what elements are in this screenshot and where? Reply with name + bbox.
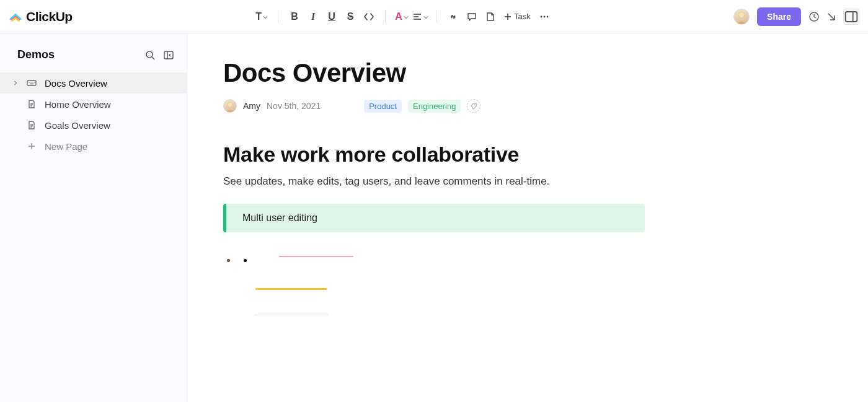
sidebar: Demos Docs Overview — [0, 33, 187, 402]
svg-point-5 — [540, 15, 542, 17]
document-meta: Amy Nov 5th, 2021 Product Engineering — [223, 99, 795, 113]
sidebar-collapse-button[interactable] — [163, 50, 174, 61]
add-task-button[interactable]: Task — [500, 8, 534, 25]
add-tag-button[interactable] — [467, 99, 480, 113]
link-button[interactable] — [445, 8, 462, 25]
app-logo-text: ClickUp — [26, 9, 73, 24]
italic-button[interactable]: I — [304, 8, 322, 25]
export-button[interactable] — [826, 11, 837, 22]
sidebar-search-button[interactable] — [144, 50, 156, 61]
sidebar-item-docs-overview[interactable]: Docs Overview — [0, 72, 187, 94]
comment-button[interactable] — [463, 8, 480, 25]
collapse-icon — [163, 50, 174, 61]
align-button[interactable] — [412, 8, 429, 25]
chevron-down-icon — [404, 11, 409, 22]
tag-product[interactable]: Product — [364, 100, 402, 113]
svg-point-20 — [34, 82, 35, 82]
doc-icon — [26, 98, 37, 110]
bullet-icon — [227, 259, 230, 262]
author-name: Amy — [243, 101, 260, 111]
author-avatar[interactable] — [223, 99, 237, 113]
underline-button[interactable]: U — [323, 8, 340, 25]
new-page-button[interactable]: New Page — [0, 136, 187, 157]
document-date: Nov 5th, 2021 — [267, 101, 321, 111]
top-right-controls: Share — [733, 7, 859, 26]
callout-block[interactable]: Multi user editing — [223, 204, 645, 232]
attach-button[interactable] — [482, 8, 499, 25]
svg-point-31 — [474, 104, 475, 105]
sidebar-item-label: Goals Overview — [45, 120, 110, 131]
text-color-button[interactable]: A — [393, 8, 410, 25]
top-toolbar: ClickUp T B I U S A — [0, 0, 868, 33]
toolbar-divider — [436, 11, 437, 23]
chevron-right-icon — [12, 81, 19, 85]
history-button[interactable] — [808, 11, 820, 22]
chevron-down-icon — [423, 11, 428, 22]
svg-point-19 — [32, 82, 33, 82]
arrow-down-right-icon — [826, 11, 837, 22]
search-icon — [144, 50, 156, 61]
strikethrough-button[interactable]: S — [342, 8, 359, 25]
sidebar-title: Demos — [17, 48, 55, 61]
clickup-logo-icon — [9, 10, 22, 24]
panel-icon — [844, 9, 859, 24]
highlight-line — [279, 256, 353, 257]
doc-icon — [26, 120, 37, 131]
text-style-button[interactable]: T — [253, 8, 270, 25]
app-logo[interactable]: ClickUp — [9, 9, 73, 24]
svg-point-6 — [543, 15, 545, 17]
sidebar-header: Demos — [0, 33, 187, 72]
plus-icon — [504, 13, 512, 20]
add-task-label: Task — [514, 12, 531, 21]
callout-text: Multi user editing — [242, 212, 317, 223]
sidebar-item-home-overview[interactable]: Home Overview — [0, 94, 187, 115]
bullet-icon — [244, 259, 247, 262]
svg-point-17 — [29, 82, 29, 82]
more-button[interactable] — [536, 8, 553, 25]
toolbar-divider — [278, 11, 278, 23]
svg-rect-16 — [27, 81, 36, 85]
clock-icon — [808, 11, 820, 22]
bold-button[interactable]: B — [286, 8, 303, 25]
tag-icon — [471, 103, 477, 110]
svg-point-12 — [146, 51, 153, 58]
panel-toggle-button[interactable] — [843, 9, 859, 25]
new-page-label: New Page — [45, 141, 87, 152]
svg-rect-10 — [846, 12, 857, 22]
section-heading[interactable]: Make work more collaborative — [223, 142, 795, 167]
formatting-toolbar: T B I U S A — [73, 8, 733, 25]
share-button[interactable]: Share — [757, 7, 801, 26]
sidebar-item-label: Docs Overview — [45, 78, 107, 89]
section-paragraph[interactable]: See updates, make edits, tag users, and … — [223, 175, 795, 188]
toolbar-divider — [385, 11, 386, 23]
svg-rect-14 — [164, 51, 173, 59]
code-button[interactable] — [360, 8, 378, 25]
highlight-line — [255, 288, 327, 290]
document-main[interactable]: Docs Overview Amy Nov 5th, 2021 Product … — [187, 33, 868, 402]
content-placeholder — [223, 251, 795, 315]
user-avatar[interactable] — [733, 9, 750, 25]
svg-point-18 — [30, 82, 31, 82]
divider-line — [254, 315, 329, 315]
ellipsis-icon — [539, 12, 549, 22]
sidebar-item-goals-overview[interactable]: Goals Overview — [0, 115, 187, 136]
tag-engineering[interactable]: Engineering — [408, 100, 461, 113]
plus-icon — [26, 141, 37, 152]
keyboard-icon — [26, 77, 37, 89]
sidebar-item-label: Home Overview — [45, 99, 111, 110]
chevron-down-icon — [263, 11, 268, 22]
svg-line-13 — [152, 57, 154, 59]
document-title[interactable]: Docs Overview — [223, 58, 795, 88]
svg-point-7 — [546, 15, 548, 17]
